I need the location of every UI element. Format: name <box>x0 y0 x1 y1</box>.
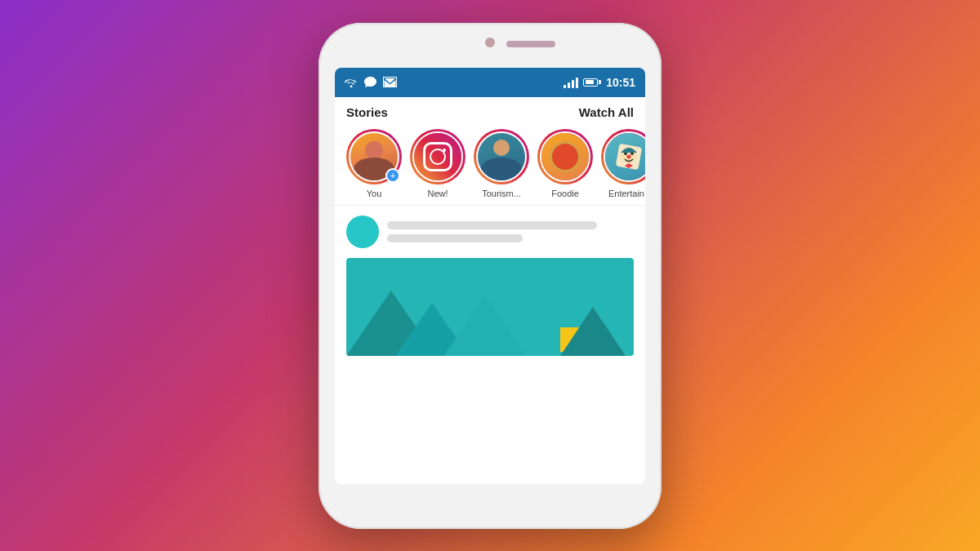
geo-triangle-4 <box>560 307 626 356</box>
story-item-new[interactable]: New! <box>410 129 466 198</box>
story-ring-tourism <box>474 129 529 184</box>
story-label-foodie: Foodie <box>551 189 579 198</box>
story-ring-new <box>410 129 466 184</box>
story-item-you[interactable]: + You <box>346 129 402 198</box>
avatar-entertain-art <box>605 133 645 180</box>
stories-row: + You New! <box>346 129 634 198</box>
story-ring-entertain <box>601 129 645 184</box>
wifi-icon <box>345 77 358 87</box>
stories-title: Stories <box>346 105 388 119</box>
chat-icon <box>364 77 376 87</box>
svg-point-4 <box>627 154 631 158</box>
status-icons-left <box>345 77 397 87</box>
phone-speaker <box>506 41 555 47</box>
story-label-new: New! <box>427 189 448 198</box>
feed-text-placeholder <box>387 221 634 242</box>
avatar-instagram-art <box>414 133 461 180</box>
geo-triangle-3 <box>444 295 526 356</box>
clown-art <box>611 139 645 175</box>
pizza-art <box>550 141 581 172</box>
signal-icon <box>564 77 578 88</box>
stories-header: Stories Watch All <box>346 105 634 119</box>
feed-section <box>335 206 645 484</box>
feed-post-header <box>346 216 634 248</box>
story-item-foodie[interactable]: Foodie <box>537 129 593 198</box>
mail-icon <box>383 77 397 87</box>
feed-avatar <box>346 216 379 248</box>
status-icons-right: 10:51 <box>564 76 635 89</box>
pizza-top <box>552 144 578 170</box>
feed-text-line-1 <box>387 221 597 229</box>
instagram-logo <box>423 142 452 171</box>
story-item-entertain[interactable]: Entertain.. <box>601 129 645 198</box>
story-item-tourism[interactable]: Tourism... <box>474 129 529 198</box>
story-label-entertain: Entertain.. <box>608 189 645 198</box>
feed-post-image[interactable] <box>346 258 634 356</box>
watch-all-button[interactable]: Watch All <box>579 105 634 119</box>
feed-text-line-2 <box>387 234 523 242</box>
avatar-tourism-art <box>478 133 525 180</box>
status-time: 10:51 <box>606 76 635 89</box>
story-avatar-entertain <box>604 131 645 182</box>
status-bar: 10:51 <box>335 68 645 97</box>
add-story-badge[interactable]: + <box>385 168 400 183</box>
story-avatar-new <box>412 131 463 182</box>
phone-wrapper: 10:51 Stories Watch All + You <box>318 23 662 529</box>
stories-section: Stories Watch All + You <box>335 97 645 206</box>
story-label-tourism: Tourism... <box>482 189 521 198</box>
story-avatar-foodie <box>540 131 590 182</box>
battery-icon <box>583 78 601 87</box>
avatar-foodie-art <box>541 133 589 180</box>
story-label-you: You <box>367 189 382 198</box>
story-ring-you: + <box>346 129 402 184</box>
story-avatar-tourism <box>476 131 527 182</box>
phone-screen: 10:51 Stories Watch All + You <box>335 68 645 484</box>
phone-camera <box>485 38 495 47</box>
story-ring-foodie <box>537 129 593 184</box>
